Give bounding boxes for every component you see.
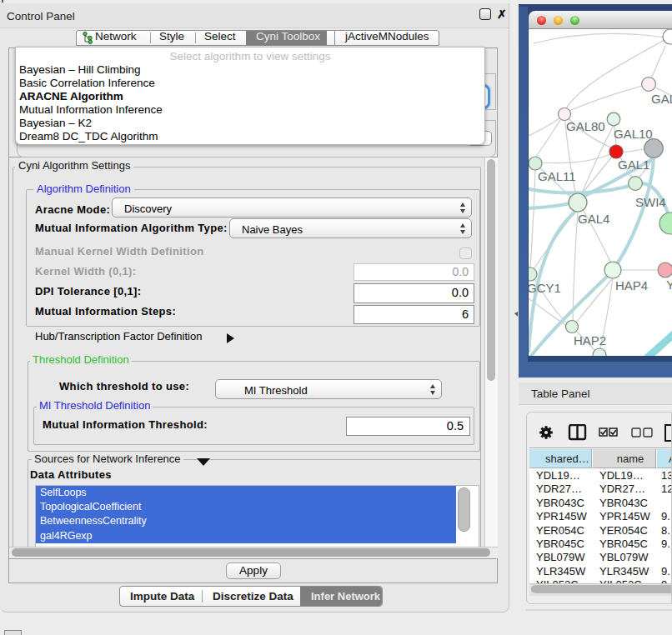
svg-text:GAL4: GAL4 xyxy=(578,212,609,226)
svg-text:GAL1: GAL1 xyxy=(618,158,649,172)
svg-text:HAP4: HAP4 xyxy=(615,278,648,292)
svg-text:GCY1: GCY1 xyxy=(529,281,561,295)
svg-text:GAL7: GAL7 xyxy=(651,92,672,106)
svg-text:GAL10: GAL10 xyxy=(614,127,653,141)
svg-text:GAL11: GAL11 xyxy=(538,169,576,183)
svg-text:GAL80: GAL80 xyxy=(566,119,605,133)
svg-text:YB: YB xyxy=(666,278,672,292)
svg-text:SWI4: SWI4 xyxy=(635,195,666,209)
svg-text:HAP2: HAP2 xyxy=(574,333,606,348)
